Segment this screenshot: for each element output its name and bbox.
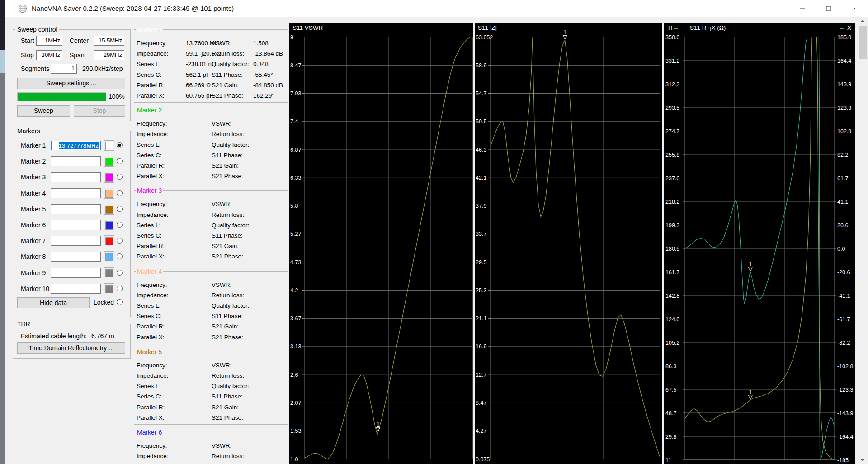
stop-input[interactable]: 30MHz — [36, 50, 62, 60]
maximize-button[interactable] — [816, 0, 842, 17]
progress-fill — [18, 93, 106, 101]
sweep-settings-button[interactable]: Sweep settings ... — [17, 78, 125, 89]
svg-text:180.5: 180.5 — [665, 246, 679, 252]
marker-frequency-input[interactable] — [51, 268, 101, 278]
marker-frequency-input[interactable] — [51, 236, 101, 246]
span-input[interactable]: 29MHz — [94, 50, 124, 60]
svg-text:29.8: 29.8 — [665, 434, 676, 440]
segments-input[interactable]: 1 — [51, 64, 77, 74]
marker-data-label: Impedance: — [137, 211, 169, 218]
marker-select-radio[interactable] — [117, 222, 123, 228]
marker-data-label: Parallel R: — [137, 323, 165, 330]
marker-color-button[interactable] — [104, 251, 114, 262]
marker-data-label: S21 Phase: — [212, 253, 243, 260]
marker-data-label: Series C: — [137, 393, 162, 400]
svg-text:7.93: 7.93 — [290, 90, 301, 97]
marker-data-label: S21 Gain: — [212, 323, 239, 330]
chart-title-rjx: S11 R+jX (Ω) — [690, 24, 726, 31]
svg-text:29.5: 29.5 — [476, 259, 486, 266]
svg-text:41.1: 41.1 — [837, 199, 848, 205]
marker-data-divider — [209, 439, 209, 464]
marker-frequency-input[interactable] — [51, 220, 101, 230]
markers-title: Markers — [15, 127, 42, 135]
marker-data-label: Series C: — [137, 313, 162, 319]
marker-row-label: Marker 2 — [21, 158, 46, 165]
marker-data-label: Frequency: — [137, 120, 167, 127]
marker-select-radio[interactable] — [117, 286, 123, 291]
title-bar[interactable]: NanoVNA Saver 0.2.2 (Sweep: 2023-04-27 1… — [5, 0, 868, 17]
marker-select-radio[interactable] — [117, 142, 123, 148]
marker-color-button[interactable] — [104, 156, 114, 167]
chart-s11-rjx-plot[interactable]: 350.0331.2312.3293.5274.7255.8237.0218.2… — [664, 23, 855, 464]
svg-text:4.73: 4.73 — [290, 259, 301, 266]
marker-frequency-input[interactable] — [51, 172, 101, 182]
svg-text:33.7: 33.7 — [476, 231, 486, 237]
svg-text:218.2: 218.2 — [665, 199, 679, 205]
marker-data-label: S21 Gain: — [212, 243, 239, 249]
marker-data-header: Marker 5 — [136, 348, 163, 356]
svg-text:1: 1 — [377, 422, 380, 428]
chart-s11-vswr-plot[interactable]: 98.477.937.46.876.335.85.274.734.23.673.… — [289, 23, 473, 464]
nanovna-saver-window: NanoVNA Saver 0.2.2 (Sweep: 2023-04-27 1… — [0, 0, 868, 464]
cable-length-label: Estimated cable length: — [21, 333, 87, 340]
hide-data-button[interactable]: Hide data — [17, 297, 90, 308]
marker-row-label: Marker 6 — [21, 221, 46, 229]
marker-color-button[interactable] — [104, 140, 114, 151]
marker-frequency-input[interactable] — [51, 188, 101, 198]
svg-text:4.2: 4.2 — [290, 287, 298, 294]
svg-text:124.0: 124.0 — [665, 316, 679, 323]
marker-frequency-input[interactable] — [51, 204, 101, 214]
marker-row-label: Marker 3 — [21, 173, 46, 181]
scroll-up-icon[interactable] — [858, 17, 867, 25]
center-input[interactable]: 15.5MHz — [94, 36, 124, 46]
svg-text:274.7: 274.7 — [665, 128, 679, 135]
marker-data-label: Series C: — [137, 232, 162, 239]
marker-data-label: S11 Phase: — [212, 232, 243, 239]
marker-frequency-input[interactable] — [51, 252, 101, 262]
svg-text:1.0: 1.0 — [290, 456, 298, 463]
marker-data-label: Return loss: — [212, 131, 244, 137]
chart-s11-rjx[interactable]: R S11 R+jX (Ω) X 350.0331.2312.3293.5274… — [664, 23, 855, 464]
marker-select-radio[interactable] — [117, 270, 123, 276]
marker-select-radio[interactable] — [117, 206, 123, 212]
marker-data-label: Quality factor: — [212, 61, 249, 67]
chart-s11-z[interactable]: S11 |Z| 63.05258.954.750.546.342.137.933… — [475, 23, 662, 464]
svg-text:48.7: 48.7 — [665, 410, 676, 417]
chart-s11-z-plot[interactable]: 63.05258.954.750.546.342.137.933.729.525… — [475, 23, 662, 464]
marker-color-button[interactable] — [104, 267, 114, 278]
minimize-button[interactable] — [789, 0, 816, 17]
marker-row-label: Marker 10 — [21, 285, 49, 292]
start-input[interactable]: 1MHz — [36, 36, 62, 46]
sweep-button[interactable]: Sweep — [17, 105, 70, 117]
marker-select-radio[interactable] — [117, 190, 123, 196]
marker-frequency-input[interactable] — [51, 284, 101, 294]
svg-text:4.27: 4.27 — [476, 428, 486, 434]
scroll-down-icon[interactable] — [858, 456, 867, 464]
marker-triangle-icon — [748, 395, 752, 399]
svg-text:-164.4: -164.4 — [837, 434, 853, 440]
step-size-text: 290.0kHz/step — [82, 65, 123, 72]
stop-button[interactable]: Stop — [74, 105, 125, 117]
marker-data-value: 162.29° — [253, 92, 274, 99]
locked-radio[interactable] — [117, 299, 123, 305]
vertical-scrollbar[interactable] — [858, 17, 867, 464]
marker-color-button[interactable] — [104, 172, 114, 183]
svg-text:161.7: 161.7 — [665, 269, 679, 276]
marker-frequency-input[interactable] — [51, 156, 101, 166]
chart-s11-vswr[interactable]: S11 VSWR 98.477.937.46.876.335.85.274.73… — [289, 23, 473, 464]
marker-color-button[interactable] — [104, 204, 114, 215]
marker-data-label: Series C: — [137, 71, 162, 78]
marker-color-button[interactable] — [104, 235, 114, 246]
marker-frequency-input[interactable]: 13.727778MHz — [51, 141, 101, 150]
scrollbar-thumb[interactable] — [859, 26, 867, 59]
svg-text:331.2: 331.2 — [665, 58, 679, 64]
marker-data-divider — [209, 358, 209, 420]
start-label: Start — [21, 37, 34, 44]
close-button[interactable] — [842, 0, 868, 17]
marker-color-button[interactable] — [104, 188, 114, 199]
marker-color-button[interactable] — [104, 283, 114, 294]
marker-data-value: 0.348 — [253, 61, 269, 67]
marker-data-label: Frequency: — [137, 442, 167, 449]
tdr-button[interactable]: Time Domain Reflectometry ... — [17, 342, 125, 354]
marker-color-button[interactable] — [104, 220, 114, 230]
